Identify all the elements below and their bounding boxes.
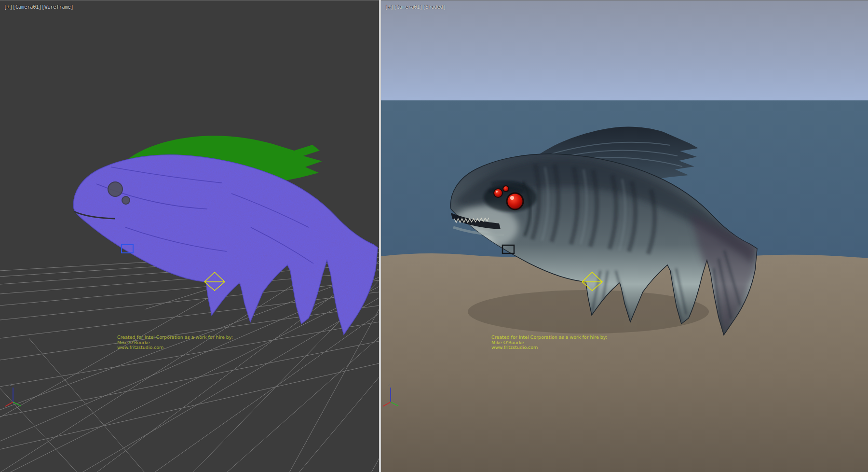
viewport-menu-icon[interactable]: [+] — [385, 4, 393, 10]
watermark-line: Created for Intel Corporation as a work … — [117, 335, 233, 340]
watermark-right: Created for Intel Corporation as a work … — [491, 335, 607, 350]
watermark-line: www.fritzstudio.com — [491, 345, 607, 350]
viewport-left-wireframe[interactable]: z [+][Camera01][Wireframe] Created for I… — [0, 0, 379, 472]
dual-viewport-workspace: z [+][Camera01][Wireframe] Created for I… — [0, 0, 868, 472]
axis-z-label: z — [10, 382, 13, 387]
viewport-shading-menu[interactable]: [Shaded] — [422, 4, 446, 10]
axis-z-label: z — [388, 382, 390, 387]
viewport-camera-menu[interactable]: [Camera01] — [13, 4, 41, 10]
viewport-right-shaded[interactable]: z [+][Camera01][Shaded] Created for Inte… — [381, 0, 868, 472]
sky — [381, 0, 868, 103]
viewport-label-left: [+][Camera01][Wireframe] — [4, 4, 74, 10]
viewport-canvas-right: z — [381, 0, 868, 472]
viewport-canvas-left: z — [0, 0, 379, 472]
viewport-shading-menu[interactable]: [Wireframe] — [41, 4, 73, 10]
viewport-camera-menu[interactable]: [Camera01] — [393, 4, 422, 10]
watermark-line: www.fritzstudio.com — [117, 345, 233, 350]
viewport-menu-icon[interactable]: [+] — [4, 4, 13, 10]
watermark-line: Created for Intel Corporation as a work … — [491, 335, 607, 340]
viewport-label-right: [+][Camera01][Shaded] — [385, 4, 446, 10]
watermark-left: Created for Intel Corporation as a work … — [117, 335, 233, 350]
